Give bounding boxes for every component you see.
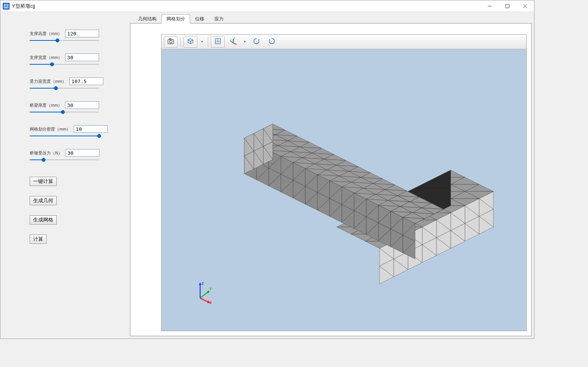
param-label: 桥梁厚度（mm） (30, 102, 62, 108)
tab-2[interactable]: 位移 (190, 14, 209, 23)
svg-point-19 (254, 39, 259, 44)
screenshot-button[interactable] (164, 36, 178, 48)
view-mode-button[interactable] (184, 36, 197, 48)
viewport-toolbar: ▼ ZYX ▼ (162, 35, 526, 49)
chevron-down-icon[interactable]: ▼ (242, 40, 248, 44)
titlebar: Y型桥墩cjj (0, 0, 534, 12)
calculate-button[interactable]: 计算 (30, 235, 47, 244)
fit-screen-icon (214, 37, 222, 47)
3d-viewport[interactable]: ▼ ZYX ▼ (161, 34, 527, 331)
chevron-down-icon[interactable]: ▼ (199, 40, 205, 44)
svg-marker-20 (258, 39, 259, 40)
axes-gizmo[interactable]: Z Y X (192, 281, 216, 304)
svg-text:Z: Z (234, 37, 235, 40)
minimize-button[interactable] (481, 0, 499, 12)
svg-text:Z: Z (202, 282, 204, 285)
param-label: 支撑宽度（mm） (30, 55, 62, 60)
generate-geometry-button[interactable]: 生成几何 (30, 196, 57, 205)
rotate-cw-icon (253, 37, 260, 47)
tab-bar: 几何结构网格划分位移应力 (130, 14, 532, 23)
param-slider[interactable] (30, 158, 99, 161)
rotate-ccw-icon (268, 37, 276, 47)
camera-icon (167, 37, 175, 47)
param-input[interactable] (65, 101, 99, 109)
svg-point-8 (170, 40, 172, 43)
param-input[interactable] (69, 77, 103, 85)
param-group: 桥梁厚度（mm） (30, 101, 118, 114)
rotate-cw-button[interactable] (249, 36, 263, 48)
maximize-button[interactable] (499, 0, 516, 12)
param-group: 桥墩受压力（N） (30, 149, 118, 161)
cube-icon (187, 37, 194, 47)
svg-line-15 (230, 40, 233, 43)
window-title: Y型桥墩cjj (12, 3, 35, 10)
main-area: 几何结构网格划分位移应力 (130, 14, 532, 336)
application-window: Y型桥墩cjj 支撑高度（mm）支撑宽度（mm）受力面宽度（mm）桥梁厚度（mm… (0, 0, 534, 339)
one-click-calculate-button[interactable]: 一键计算 (30, 177, 57, 186)
mesh-render (162, 49, 526, 325)
svg-rect-9 (170, 39, 171, 40)
fit-view-button[interactable] (211, 36, 225, 48)
close-button[interactable] (516, 0, 534, 12)
svg-line-26 (200, 292, 209, 298)
param-input[interactable] (65, 30, 99, 37)
param-group: 支撑高度（mm） (30, 30, 118, 42)
svg-text:Y: Y (230, 38, 232, 40)
axes-icon: ZYX (229, 37, 237, 47)
param-input[interactable] (66, 149, 99, 157)
svg-marker-22 (269, 39, 271, 40)
axes-toggle-button[interactable]: ZYX (226, 36, 240, 48)
svg-point-21 (269, 39, 274, 44)
param-group: 支撑宽度（mm） (30, 54, 118, 66)
param-slider[interactable] (30, 63, 99, 66)
generate-mesh-button[interactable]: 生成网格 (30, 215, 57, 225)
param-label: 支撑高度（mm） (30, 31, 62, 37)
param-group: 网格划分密度（mm） (30, 125, 118, 137)
param-label: 网格划分密度（mm） (30, 126, 71, 132)
viewport-frame: ▼ ZYX ▼ (130, 23, 532, 336)
svg-text:X: X (209, 301, 212, 304)
param-slider[interactable] (30, 134, 99, 137)
svg-text:X: X (235, 43, 237, 45)
tab-0[interactable]: 几何结构 (133, 14, 162, 23)
svg-rect-0 (4, 4, 8, 8)
parameter-sidebar: 支撑高度（mm）支撑宽度（mm）受力面宽度（mm）桥梁厚度（mm）网格划分密度（… (3, 14, 130, 336)
param-group: 受力面宽度（mm） (30, 77, 118, 90)
svg-marker-24 (199, 282, 201, 285)
tab-1[interactable]: 网格划分 (162, 14, 190, 23)
svg-line-29 (200, 298, 209, 302)
param-label: 桥墩受压力（N） (30, 150, 62, 156)
param-label: 受力面宽度（mm） (30, 79, 66, 84)
param-slider[interactable] (30, 87, 99, 90)
param-input[interactable] (74, 125, 108, 133)
tab-3[interactable]: 应力 (209, 14, 229, 23)
param-slider[interactable] (30, 111, 99, 114)
svg-rect-4 (506, 4, 509, 8)
param-input[interactable] (65, 54, 99, 61)
param-slider[interactable] (30, 39, 99, 42)
app-icon (3, 3, 10, 10)
rotate-ccw-button[interactable] (265, 36, 279, 48)
svg-text:Y: Y (209, 287, 212, 291)
